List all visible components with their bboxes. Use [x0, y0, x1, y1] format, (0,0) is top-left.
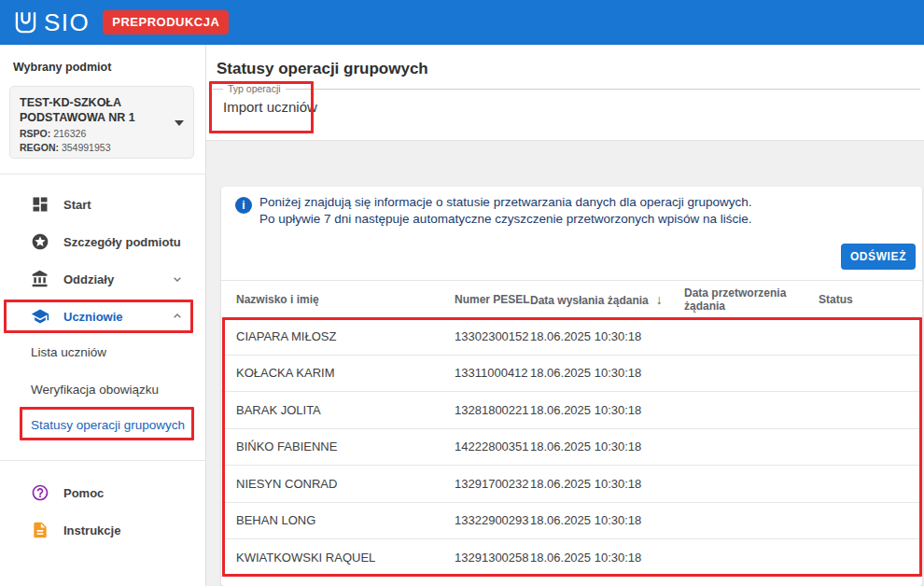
sidebar-item-lista-uczniow[interactable]: Lista uczniów [0, 334, 205, 370]
chevron-down-icon [170, 272, 185, 286]
sio-logo[interactable]: SIO [13, 10, 90, 35]
sidebar-item-weryfikacja-obowiazku[interactable]: Weryfikacja obowiązku [0, 371, 205, 407]
sidebar-item-szczegoly-podmiotu[interactable]: Szczegóły podmiotu [0, 223, 205, 260]
page-title: Statusy operacji grupowych [217, 60, 428, 78]
table-row: KOŁACKA KARIM1331100041218.06.2025 10:30… [221, 356, 922, 393]
info-message: Poniżej znajdują się informacje o status… [259, 194, 752, 228]
main-content: Statusy operacji grupowych Typ operacji … [206, 45, 924, 586]
logo-text: SIO [44, 10, 90, 35]
col-name: Nazwisko i imię [236, 293, 455, 306]
entity-name: TEST-KD-SZKOŁA PODSTAWOWA NR 1 [20, 95, 171, 125]
table-row: BIŃKO FABIENNE1422280035118.06.2025 10:3… [221, 429, 922, 467]
chevron-up-icon [170, 309, 185, 324]
divider [0, 460, 206, 461]
star-circle-icon [31, 232, 49, 251]
refresh-button[interactable]: ODŚWIEŻ [841, 244, 916, 270]
entity-regon: REGON: 354991953 [20, 142, 171, 153]
table-row: BARAK JOLITA1328180022118.06.2025 10:30:… [221, 392, 922, 429]
field-border [213, 89, 920, 90]
sidebar-item-oddzialy[interactable]: Oddziały [0, 260, 205, 298]
table-row: KWIATKOWSKI RAQUEL1329130025818.06.2025 … [221, 539, 922, 577]
bank-icon [31, 270, 49, 288]
col-status: Status [819, 293, 907, 306]
sidebar-item-statusy-operacji-grupowych[interactable]: Statusy operacji grupowych [0, 407, 205, 442]
operation-type-label: Typ operacji [223, 83, 286, 94]
selected-entity-label: Wybrany podmiot [13, 61, 111, 74]
status-card: i Poniżej znajdują się informacje o stat… [221, 187, 922, 586]
sidebar-item-start[interactable]: Start [0, 186, 205, 223]
table-row: BEHAN LONG1332290029318.06.2025 10:30:18 [221, 503, 922, 540]
help-icon [31, 483, 49, 502]
sidebar-item-uczniowie[interactable]: Uczniowie [0, 298, 205, 335]
environment-badge: PREPRODUKCJA [103, 10, 229, 35]
col-sent-sortable[interactable]: Data wysłania żądania↓ [530, 292, 684, 307]
graduation-cap-icon [31, 307, 49, 326]
col-pesel: Numer PESEL [455, 293, 530, 306]
operation-type-select[interactable]: Import uczniów [223, 99, 317, 115]
sort-descending-icon: ↓ [656, 292, 663, 307]
document-icon [31, 521, 49, 539]
col-processed: Data przetworzenia żądania [684, 286, 796, 313]
sidebar: Wybrany podmiot TEST-KD-SZKOŁA PODSTAWOW… [0, 45, 206, 586]
divider [0, 174, 206, 174]
sio-logo-icon [13, 10, 38, 35]
main-top-section: Statusy operacji grupowych Typ operacji … [206, 45, 924, 141]
table-row: NIESYN CONRAD1329170023218.06.2025 10:30… [221, 466, 922, 503]
app-root: SIO PREPRODUKCJA Wybrany podmiot TEST-KD… [0, 0, 924, 586]
sidebar-item-instrukcje[interactable]: Instrukcje [0, 511, 205, 549]
table-header: Nazwisko i imię Numer PESEL Data wysłani… [221, 280, 922, 318]
chevron-down-icon [175, 120, 184, 126]
top-header: SIO PREPRODUKCJA [0, 0, 924, 45]
sidebar-item-pomoc[interactable]: Pomoc [0, 474, 205, 511]
entity-selector[interactable]: TEST-KD-SZKOŁA PODSTAWOWA NR 1 RSPO: 216… [9, 86, 194, 159]
info-icon: i [235, 197, 252, 214]
entity-rspo: RSPO: 216326 [20, 128, 171, 139]
dashboard-icon [31, 195, 49, 214]
table-body: CIAPARA MIŁOSZ1330230015218.06.2025 10:3… [221, 318, 922, 577]
table-row: CIAPARA MIŁOSZ1330230015218.06.2025 10:3… [221, 318, 922, 356]
